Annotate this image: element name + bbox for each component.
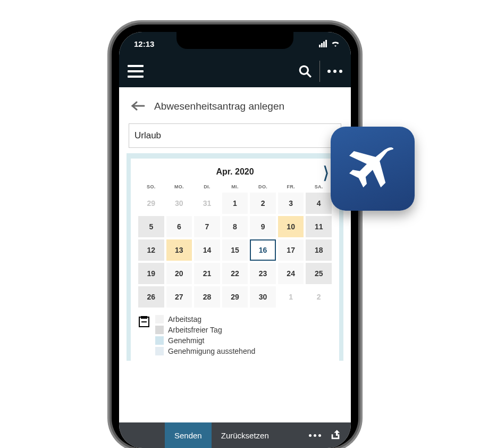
calendar-day[interactable]: 13 (166, 239, 192, 261)
weekday-label: MI. (222, 184, 248, 189)
calendar-day[interactable]: 22 (222, 263, 248, 284)
calendar-day[interactable]: 27 (166, 286, 192, 308)
calendar-day: 1 (278, 286, 304, 308)
legend-label: Genehmigt (168, 336, 204, 345)
absence-type-field[interactable]: Urlaub (129, 123, 341, 148)
calendar-day[interactable]: 25 (306, 263, 332, 284)
calendar-day: 30 (166, 193, 192, 214)
bottom-bar: Senden Zurücksetzen (119, 422, 351, 448)
weekday-label: SA. (306, 184, 332, 189)
calendar-day[interactable]: 2 (250, 193, 276, 214)
legend-collapse-icon[interactable] (138, 316, 150, 358)
wifi-icon (331, 40, 340, 47)
calendar-day[interactable]: 30 (250, 286, 276, 308)
send-button-label: Senden (174, 431, 202, 440)
legend-label: Arbeitsfreier Tag (168, 326, 222, 334)
calendar-day[interactable]: 10 (278, 216, 304, 237)
calendar-day[interactable]: 8 (222, 216, 248, 237)
calendar-day[interactable]: 18 (306, 239, 332, 261)
back-button[interactable] (131, 99, 146, 114)
calendar-weekday-row: SO.MO.DI.MI.DO.FR.SA. (138, 184, 332, 189)
status-time: 12:13 (130, 39, 154, 48)
calendar-day[interactable]: 16 (250, 239, 276, 261)
phone-frame: 12:13 (112, 24, 358, 448)
calendar-day[interactable]: 23 (250, 263, 276, 284)
weekday-label: SO. (138, 184, 164, 189)
menu-button[interactable] (128, 65, 144, 78)
search-icon[interactable] (298, 64, 312, 78)
calendar-day[interactable]: 5 (138, 216, 164, 237)
header-divider (319, 61, 320, 82)
legend-item: Arbeitsfreier Tag (155, 326, 255, 334)
svg-line-1 (307, 73, 311, 77)
calendar-panel-outer: Apr. 2020 ❭ SO.MO.DI.MI.DO.FR.SA. 293031… (127, 153, 343, 361)
status-indicators (319, 40, 340, 47)
svg-rect-3 (141, 316, 147, 318)
calendar-day[interactable]: 24 (278, 263, 304, 284)
legend-label: Arbeitstag (168, 315, 201, 323)
calendar-day[interactable]: 19 (138, 263, 164, 284)
legend-item: Genehmigung ausstehend (155, 347, 255, 355)
weekday-label: MO. (166, 184, 192, 189)
calendar-day[interactable]: 4 (306, 193, 332, 214)
calendar-panel: Apr. 2020 ❭ SO.MO.DI.MI.DO.FR.SA. 293031… (131, 159, 339, 361)
calendar-day[interactable]: 26 (138, 286, 164, 308)
legend-item: Arbeitstag (155, 315, 255, 323)
calendar-day: 31 (194, 193, 220, 214)
calendar-day: 29 (138, 193, 164, 214)
absence-type-value: Urlaub (134, 130, 161, 140)
content-area: Abwesenheitsantrag anlegen Urlaub Apr. 2… (119, 87, 351, 361)
legend-swatch (155, 336, 164, 345)
legend-swatch (155, 315, 164, 323)
calendar-day[interactable]: 12 (138, 239, 164, 261)
calendar-day[interactable]: 7 (194, 216, 220, 237)
calendar-day[interactable]: 11 (306, 216, 332, 237)
calendar-day[interactable]: 20 (166, 263, 192, 284)
calendar-legend: ArbeitstagArbeitsfreier TagGenehmigtGene… (138, 315, 332, 358)
more-button[interactable] (327, 70, 342, 73)
calendar-day[interactable]: 1 (222, 193, 248, 214)
weekday-label: FR. (278, 184, 304, 189)
legend-swatch (155, 326, 164, 334)
calendar-day[interactable]: 6 (166, 216, 192, 237)
weekday-label: DI. (194, 184, 220, 189)
send-button[interactable]: Senden (165, 422, 212, 448)
calendar-day[interactable]: 29 (222, 286, 248, 308)
calendar-month-label: Apr. 2020 (216, 167, 254, 177)
reset-button-label: Zurücksetzen (221, 431, 269, 440)
svg-point-0 (300, 66, 308, 74)
phone-screen: 12:13 (119, 32, 351, 448)
legend-label: Genehmigung ausstehend (168, 347, 255, 355)
calendar-day: 2 (306, 286, 332, 308)
calendar-day[interactable]: 21 (194, 263, 220, 284)
share-icon[interactable] (330, 429, 341, 441)
calendar-day[interactable]: 9 (250, 216, 276, 237)
next-month-button[interactable]: ❭ (322, 163, 330, 181)
calendar-day[interactable]: 28 (194, 286, 220, 308)
cellular-icon (319, 40, 327, 47)
legend-item: Genehmigt (155, 336, 255, 345)
phone-notch (176, 32, 293, 49)
calendar-day[interactable]: 15 (222, 239, 248, 261)
reset-button[interactable]: Zurücksetzen (212, 431, 279, 440)
app-header (119, 55, 351, 87)
bottom-more-button[interactable] (309, 434, 321, 437)
weekday-label: DO. (250, 184, 276, 189)
legend-swatch (155, 347, 164, 355)
calendar-grid: 2930311234567891011121314151617181920212… (138, 193, 332, 308)
calendar-day[interactable]: 14 (194, 239, 220, 261)
calendar-day[interactable]: 17 (278, 239, 304, 261)
calendar-day[interactable]: 3 (278, 193, 304, 214)
page-title: Abwesenheitsantrag anlegen (154, 101, 284, 112)
app-icon-badge (331, 127, 415, 211)
airplane-icon (343, 139, 402, 198)
